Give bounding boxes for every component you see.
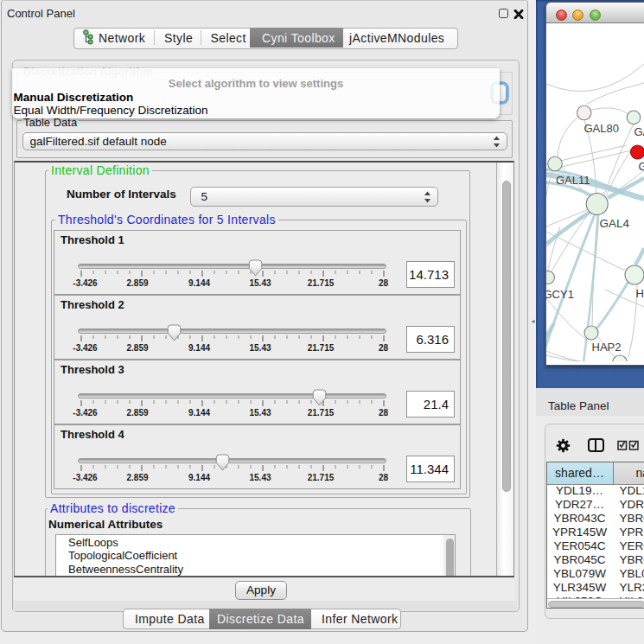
svg-text:9.144: 9.144 — [188, 473, 210, 482]
svg-text:28: 28 — [379, 343, 389, 353]
svg-text:GCY1: GCY1 — [546, 288, 574, 301]
svg-text:GAL11: GAL11 — [556, 174, 590, 187]
svg-text:GAL4: GAL4 — [600, 217, 630, 230]
svg-text:21.715: 21.715 — [308, 473, 335, 482]
svg-text:-3.426: -3.426 — [73, 343, 98, 353]
svg-text:2.859: 2.859 — [126, 343, 148, 353]
svg-text:15.43: 15.43 — [249, 408, 271, 418]
svg-text:28: 28 — [379, 278, 389, 288]
svg-text:2.859: 2.859 — [126, 278, 148, 288]
svg-text:2.859: 2.859 — [126, 408, 148, 418]
svg-text:15.43: 15.43 — [249, 278, 271, 288]
svg-text:21.715: 21.715 — [308, 278, 335, 288]
svg-text:GAL80: GAL80 — [584, 122, 619, 135]
svg-text:HAP2: HAP2 — [592, 341, 622, 354]
svg-text:15.43: 15.43 — [249, 343, 271, 353]
svg-text:21.715: 21.715 — [308, 343, 335, 353]
svg-text:-3.426: -3.426 — [73, 278, 98, 288]
svg-text:2.859: 2.859 — [126, 473, 148, 482]
svg-text:-3.426: -3.426 — [73, 408, 98, 418]
svg-text:H: H — [636, 287, 644, 300]
svg-text:9.144: 9.144 — [188, 343, 210, 353]
svg-text:15.43: 15.43 — [249, 473, 271, 482]
svg-text:-3.426: -3.426 — [73, 473, 98, 482]
svg-text:28: 28 — [379, 473, 389, 482]
svg-text:9.144: 9.144 — [188, 408, 210, 418]
svg-text:GA: GA — [634, 125, 644, 138]
svg-text:21.715: 21.715 — [308, 408, 335, 418]
svg-text:G: G — [639, 160, 644, 173]
svg-text:9.144: 9.144 — [188, 278, 210, 288]
svg-text:28: 28 — [379, 408, 389, 418]
